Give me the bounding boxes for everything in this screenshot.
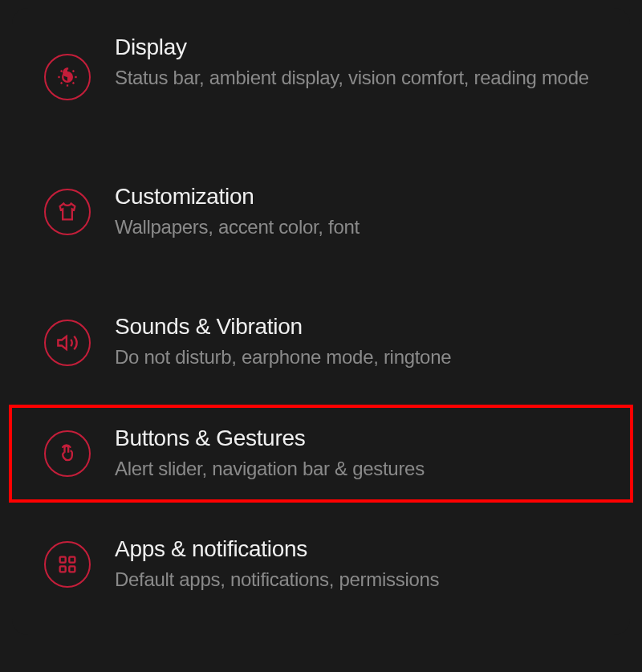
settings-item-title: Display [115, 35, 598, 60]
settings-item-content: Display Status bar, ambient display, vis… [115, 35, 598, 91]
settings-item-buttons-gestures[interactable]: Buttons & Gestures Alert slider, navigat… [9, 405, 633, 503]
settings-item-display[interactable]: Display Status bar, ambient display, vis… [12, 32, 630, 118]
settings-item-content: Customization Wallpapers, accent color, … [115, 184, 598, 240]
settings-panel: Display Status bar, ambient display, vis… [12, 8, 630, 635]
settings-item-subtitle: Alert slider, navigation bar & gestures [115, 456, 598, 482]
volume-icon [44, 320, 91, 366]
svg-line-7 [61, 83, 63, 84]
brightness-icon [44, 54, 91, 100]
settings-item-content: Apps & notifications Default apps, notif… [115, 536, 598, 593]
settings-item-apps[interactable]: Apps & notifications Default apps, notif… [12, 519, 630, 610]
settings-item-customization[interactable]: Customization Wallpapers, accent color, … [12, 166, 630, 258]
settings-item-title: Customization [115, 184, 598, 210]
shirt-icon [44, 189, 91, 235]
settings-item-title: Buttons & Gestures [115, 426, 598, 451]
settings-item-sounds[interactable]: Sounds & Vibration Do not disturb, earph… [12, 296, 630, 388]
svg-line-4 [73, 83, 75, 84]
settings-item-title: Apps & notifications [115, 536, 598, 562]
settings-item-subtitle: Default apps, notifications, permissions [115, 567, 598, 593]
svg-line-3 [61, 71, 63, 72]
svg-line-8 [73, 71, 75, 72]
touch-icon [44, 430, 91, 477]
svg-rect-10 [60, 557, 66, 563]
svg-rect-13 [69, 567, 75, 572]
settings-item-subtitle: Status bar, ambient display, vision comf… [115, 65, 598, 91]
settings-item-title: Sounds & Vibration [115, 314, 598, 340]
settings-item-content: Buttons & Gestures Alert slider, navigat… [115, 426, 598, 482]
settings-item-subtitle: Wallpapers, accent color, font [115, 214, 598, 240]
svg-marker-9 [58, 336, 67, 348]
svg-rect-11 [69, 557, 75, 563]
settings-item-subtitle: Do not disturb, earphone mode, ringtone [115, 344, 598, 370]
svg-rect-12 [60, 567, 66, 572]
settings-item-content: Sounds & Vibration Do not disturb, earph… [115, 314, 598, 370]
apps-icon [44, 541, 91, 588]
settings-list: Display Status bar, ambient display, vis… [12, 32, 630, 611]
